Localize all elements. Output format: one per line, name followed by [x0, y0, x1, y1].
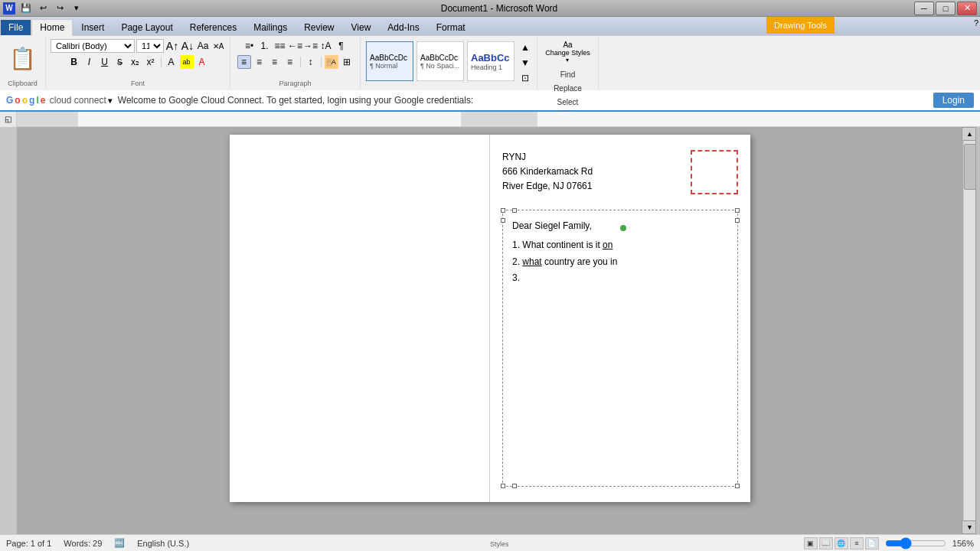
web-layout-btn[interactable]: 🌐	[835, 537, 848, 549]
right-outer-scroll	[975, 127, 980, 534]
close-button[interactable]: ✕	[957, 2, 977, 15]
letter-salutation: Dear Siegel Family,	[512, 218, 728, 235]
scroll-thumb[interactable]	[964, 144, 976, 190]
subscript-btn[interactable]: x₂	[129, 55, 142, 69]
style-more-btn[interactable]: ⊡	[518, 71, 532, 85]
tab-view[interactable]: View	[343, 18, 380, 35]
increase-indent-btn[interactable]: →≡	[304, 39, 318, 53]
google-g2: g	[29, 95, 34, 106]
styles-label: Styles	[490, 539, 509, 548]
handle-tc	[512, 208, 517, 213]
borders-btn[interactable]: ⊞	[340, 55, 354, 69]
font-color-btn[interactable]: A	[195, 55, 209, 69]
draft-btn[interactable]: 📄	[865, 537, 879, 549]
highlight-btn[interactable]: ab	[180, 55, 194, 69]
gcc-bar: Google cloud connect ▾ Welcome to Google…	[0, 90, 980, 112]
gcc-login-button[interactable]: Login	[933, 93, 974, 108]
replace-button[interactable]: Replace	[550, 82, 585, 94]
main-area: RYNJ 666 Kinderkamack Rd River Edge, NJ …	[0, 127, 980, 534]
ruler-toggle-btn[interactable]: ◱	[0, 112, 17, 127]
ribbon-content: 📋 Clipboard Calibri (Body) 11 A↑ A↓ Aa ✕…	[0, 35, 980, 90]
minimize-button[interactable]: ─	[914, 2, 934, 15]
drawing-tools-tab[interactable]: Drawing Tools	[766, 17, 835, 34]
outline-btn[interactable]: ≡	[850, 537, 864, 549]
handle-br	[735, 484, 740, 488]
numbering-btn[interactable]: 1.	[258, 39, 272, 53]
justify-btn[interactable]: ≡	[283, 55, 297, 69]
tab-format[interactable]: Format	[428, 18, 474, 35]
align-left-btn[interactable]: ≡	[237, 55, 251, 69]
font-shrink-btn[interactable]: A↓	[181, 39, 194, 53]
help-btn[interactable]: ?	[974, 18, 978, 28]
undo-quick-btn[interactable]: ↩	[35, 2, 51, 15]
change-case-btn[interactable]: Aa	[196, 39, 210, 53]
italic-button[interactable]: I	[83, 55, 96, 69]
font-row1: Calibri (Body) 11 A↑ A↓ Aa ✕A	[51, 39, 225, 53]
shading-btn[interactable]: ░A	[325, 55, 338, 69]
decrease-indent-btn[interactable]: ←≡	[289, 39, 302, 53]
title-left: W 💾 ↩ ↪ ▾	[3, 2, 84, 15]
underline-button[interactable]: U	[98, 55, 112, 69]
gcc-dropdown-arrow[interactable]: ▾	[108, 96, 112, 105]
change-styles-btn[interactable]: Aa Change Styles ▾	[544, 39, 592, 65]
sep1	[161, 57, 162, 67]
redo-quick-btn[interactable]: ↪	[52, 2, 67, 15]
maximize-button[interactable]: □	[936, 2, 956, 15]
style-down-btn[interactable]: ▼	[518, 56, 532, 70]
align-center-btn[interactable]: ≡	[253, 55, 266, 69]
paragraph-label: Paragraph	[279, 78, 311, 87]
tab-insert[interactable]: Insert	[73, 18, 113, 35]
styles-arrows: ▲ ▼ ⊡	[518, 41, 532, 85]
letter-text-box[interactable]: Dear Siegel Family, 1. What continent is…	[502, 210, 738, 487]
google-e: e	[41, 95, 46, 106]
bold-button[interactable]: B	[67, 55, 81, 69]
google-l: l	[36, 95, 38, 106]
clear-format-btn[interactable]: ✕A	[211, 39, 225, 53]
bullets-btn[interactable]: ≡•	[243, 39, 256, 53]
superscript-btn[interactable]: x²	[144, 55, 158, 69]
font-size-select[interactable]: 11	[136, 39, 164, 53]
full-reading-btn[interactable]: 📖	[819, 537, 833, 549]
sort-btn[interactable]: ↕A	[319, 39, 333, 53]
right-scrollbar: ▲ ▼	[963, 127, 975, 534]
tab-home[interactable]: Home	[31, 19, 73, 36]
font-row2: B I U S̶ x₂ x² A ab A	[67, 55, 209, 69]
align-right-btn[interactable]: ≡	[268, 55, 282, 69]
print-layout-btn[interactable]: ▣	[804, 537, 818, 549]
tab-file[interactable]: File	[0, 19, 31, 36]
tab-references[interactable]: References	[181, 18, 245, 35]
left-scrollbar	[0, 127, 17, 534]
view-buttons: ▣ 📖 🌐 ≡ 📄	[804, 537, 879, 549]
tab-review[interactable]: Review	[296, 18, 342, 35]
ruler-svg	[17, 112, 980, 126]
google-o1: o	[15, 95, 20, 106]
dropdown-quick-btn[interactable]: ▾	[69, 2, 84, 15]
save-quick-btn[interactable]: 💾	[18, 2, 34, 15]
line-spacing-btn[interactable]: ↕	[304, 55, 318, 69]
tab-mailings[interactable]: Mailings	[245, 18, 296, 35]
text-effect-btn[interactable]: A	[165, 55, 178, 69]
handle-mr	[735, 218, 740, 223]
font-grow-btn[interactable]: A↑	[165, 39, 179, 53]
strikethrough-btn[interactable]: S̶	[113, 55, 127, 69]
page-right: RYNJ 666 Kinderkamack Rd River Edge, NJ …	[490, 135, 750, 502]
list-item-2: 2. what country are you in	[512, 254, 728, 271]
editing-row: Aa Change Styles ▾	[544, 39, 592, 65]
title-bar: W 💾 ↩ ↪ ▾ Document1 - Microsoft Word ─ □…	[0, 0, 980, 17]
tab-add-ins[interactable]: Add-Ins	[379, 18, 427, 35]
tab-page-layout[interactable]: Page Layout	[113, 18, 181, 35]
font-family-select[interactable]: Calibri (Body)	[51, 39, 135, 53]
spell-check-icon[interactable]: 🔤	[114, 538, 125, 548]
style-normal[interactable]: AaBbCcDc ¶ Normal	[366, 41, 413, 81]
multilevel-btn[interactable]: ≡≡	[273, 39, 287, 53]
style-up-btn[interactable]: ▲	[518, 41, 532, 54]
paste-button[interactable]: 📋	[6, 39, 39, 78]
left-panel	[0, 127, 17, 534]
zoom-slider[interactable]	[885, 537, 946, 549]
style-no-spacing[interactable]: AaBbCcDc ¶ No Spaci...	[416, 41, 464, 81]
show-marks-btn[interactable]: ¶	[335, 39, 348, 53]
find-button[interactable]: Find	[550, 68, 585, 80]
scroll-track	[964, 141, 976, 520]
style-heading1[interactable]: AaBbCc Heading 1	[467, 41, 514, 81]
status-right: ▣ 📖 🌐 ≡ 📄 156%	[804, 537, 974, 549]
